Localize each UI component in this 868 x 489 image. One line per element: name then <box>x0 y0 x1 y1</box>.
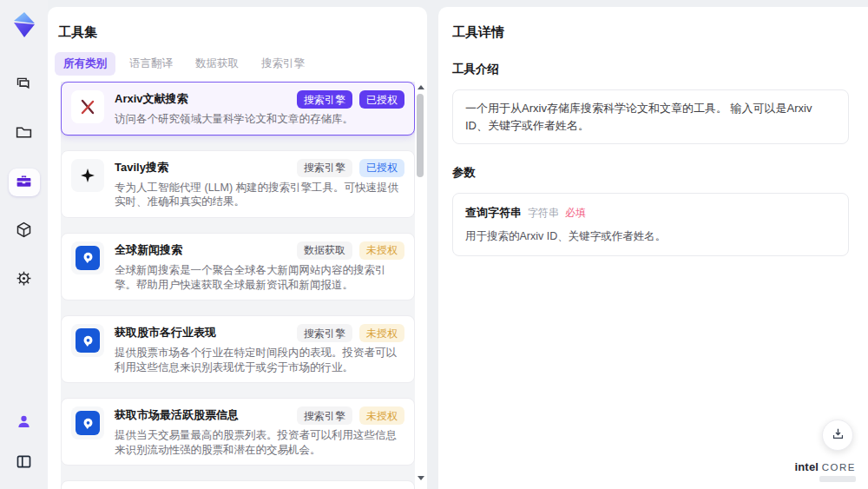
tool-category-badge: 搜索引擎 <box>297 324 352 342</box>
tool-auth-badge: 已授权 <box>359 90 404 109</box>
tool-card[interactable]: 获取股市各行业表现 搜索引擎 未授权 提供股票市场各个行业在特定时间段内的表现。… <box>61 315 415 383</box>
details-title: 工具详情 <box>452 24 849 41</box>
tab-search[interactable]: 搜索引擎 <box>253 52 313 76</box>
parameter-description: 用于搜索的Arxiv ID、关键字或作者姓名。 <box>465 229 836 244</box>
tool-description: 访问各个研究领域大量科学论文和文章的存储库。 <box>115 112 403 127</box>
tool-auth-badge: 未授权 <box>359 324 404 342</box>
sidebar-item-user[interactable] <box>9 409 40 437</box>
tool-name: Arxiv文献搜索 <box>115 90 188 107</box>
parameter-item: 查询字符串 字符串 必填 用于搜索的Arxiv ID、关键字或作者姓名。 <box>452 193 849 256</box>
tool-intro-box: 一个用于从Arxiv存储库搜索科学论文和文章的工具。 输入可以是Arxiv ID… <box>452 89 849 144</box>
category-tabs: 所有类别语言翻译数据获取搜索引擎 <box>55 52 427 76</box>
gear-icon <box>15 269 33 291</box>
tab-all[interactable]: 所有类别 <box>55 52 115 76</box>
tool-card[interactable]: 万维地区新闻查询 搜索引擎 未授权 查询具体行政区划内的新闻，快速了解各地新闻动 <box>61 480 415 489</box>
global-news-icon <box>76 328 100 353</box>
tool-card[interactable]: 全球新闻搜索 数据获取 未授权 全球新闻搜索是一个聚合全球各大新闻网站内容的搜索… <box>61 233 415 301</box>
scrollbar-thumb[interactable] <box>417 94 424 177</box>
tool-name: Tavily搜索 <box>115 159 168 175</box>
app-logo[interactable] <box>8 9 41 42</box>
tool-card[interactable]: 获取市场最活跃股票信息 搜索引擎 未授权 提供当天交易量最高的股票列表。投资者可… <box>61 398 415 466</box>
toolset-panel: 工具集 所有类别语言翻译数据获取搜索引擎 <box>48 7 427 489</box>
tool-category-badge: 搜索引擎 <box>297 406 352 425</box>
download-icon <box>831 426 845 445</box>
sidebar-item-chat[interactable] <box>9 71 40 99</box>
tool-name: 获取股市各行业表现 <box>115 324 216 340</box>
intel-core-logo: intel CORE <box>794 460 856 482</box>
intel-wordmark: intel <box>794 460 819 473</box>
tool-list: Arxiv文献搜索 搜索引擎 已授权 访问各个研究领域大量科学论文和文章的存储库… <box>61 82 415 489</box>
sidebar-item-toolbox[interactable] <box>9 169 40 196</box>
scroll-down-arrow-icon[interactable] <box>418 476 424 480</box>
tool-auth-badge: 未授权 <box>359 241 404 260</box>
folder-icon <box>15 123 33 145</box>
panel-toggle-icon <box>15 453 33 474</box>
tab-data[interactable]: 数据获取 <box>187 52 247 76</box>
tool-description: 提供当天交易量最高的股票列表。投资者可以利用这些信息来识别流动性强的股票和潜在的… <box>115 428 403 457</box>
tool-description: 全球新闻搜索是一个聚合全球各大新闻网站内容的搜索引擎。帮助用户快速获取全球最新资… <box>115 263 403 292</box>
tool-auth-badge: 未授权 <box>359 406 404 425</box>
tool-category-badge: 搜索引擎 <box>297 159 352 177</box>
sidebar-item-panel-toggle[interactable] <box>9 449 40 477</box>
params-heading: 参数 <box>452 165 849 181</box>
tool-auth-badge: 已授权 <box>359 159 404 177</box>
parameter-type: 字符串 <box>528 206 559 221</box>
tool-icon <box>71 241 104 274</box>
tool-card[interactable]: Arxiv文献搜索 搜索引擎 已授权 访问各个研究领域大量科学论文和文章的存储库… <box>61 82 415 135</box>
tool-description: 提供股票市场各个行业在特定时间段内的表现。投资者可以利用这些信息来识别表现优于或… <box>115 346 403 374</box>
tool-name: 全球新闻搜索 <box>115 241 182 258</box>
tool-icon <box>71 406 104 439</box>
parameter-required-badge: 必填 <box>565 206 586 221</box>
parameter-name: 查询字符串 <box>465 205 522 221</box>
global-news-icon <box>76 246 100 270</box>
toolbox-icon <box>15 172 33 194</box>
tab-translate[interactable]: 语言翻译 <box>121 52 181 76</box>
intro-heading: 工具介绍 <box>452 62 849 77</box>
tool-category-badge: 数据获取 <box>297 241 352 260</box>
sidebar-item-files[interactable] <box>9 120 40 148</box>
tool-category-badge: 搜索引擎 <box>297 90 352 109</box>
tool-icon <box>71 159 104 192</box>
tool-list-scrollbar[interactable] <box>416 82 426 484</box>
tool-card[interactable]: Tavily搜索 搜索引擎 已授权 专为人工智能代理 (LLM) 构建的搜索引擎… <box>61 150 415 218</box>
intel-ultra-bar <box>819 476 856 482</box>
sidebar-item-settings[interactable] <box>9 266 40 294</box>
left-sidebar <box>0 0 48 489</box>
tool-icon <box>71 90 104 123</box>
chat-icon <box>15 75 33 96</box>
tool-name: 获取市场最活跃股票信息 <box>115 406 239 423</box>
tool-details-panel: 工具详情 工具介绍 一个用于从Arxiv存储库搜索科学论文和文章的工具。 输入可… <box>438 7 868 489</box>
user-icon <box>15 413 33 434</box>
toolset-title: 工具集 <box>58 24 427 41</box>
tool-icon <box>71 324 104 357</box>
scroll-up-arrow-icon[interactable] <box>418 85 424 89</box>
download-button[interactable] <box>822 420 853 451</box>
core-wordmark: CORE <box>822 462 856 472</box>
tool-description: 专为人工智能代理 (LLM) 构建的搜索引擎工具。可快速提供实时、准确和真实的结… <box>115 181 403 209</box>
arxiv-logo-icon <box>77 96 98 117</box>
sidebar-item-models[interactable] <box>9 217 40 245</box>
sparkle-icon <box>79 167 96 184</box>
cube-icon <box>15 221 33 242</box>
global-news-icon <box>76 411 100 435</box>
